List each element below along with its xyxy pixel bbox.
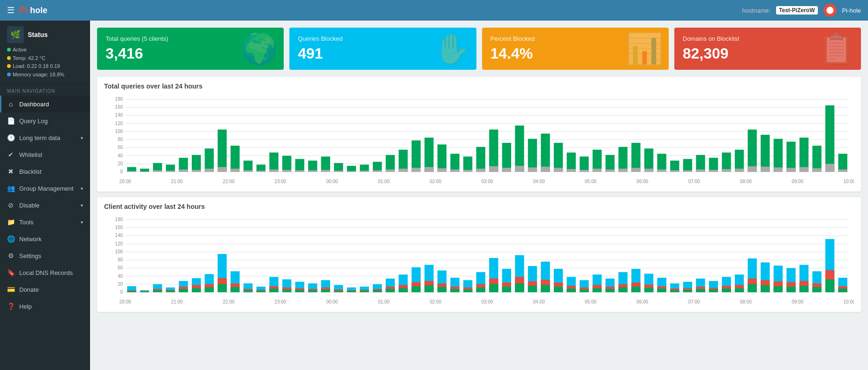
help-icon: ❓ [7, 303, 15, 310]
brand-hole: hole [30, 6, 47, 15]
sidebar-item-localdns[interactable]: 🔖 Local DNS Records [0, 264, 90, 281]
donate-label: Donate [19, 286, 39, 293]
dashboard-icon: ⌂ [7, 100, 15, 108]
tools-expand-icon: ▾ [81, 220, 83, 225]
chart1-container [104, 95, 854, 186]
temp-dot [7, 56, 11, 60]
sidebar-item-settings[interactable]: ⚙ Settings [0, 247, 90, 264]
stat-card-total: Total queries (5 clients) 3,416 🌍 [97, 28, 284, 70]
chart2-title: Client activity over last 24 hours [104, 203, 854, 210]
stat-card-domains: Domains on Blocklist 82,309 📋 [674, 28, 861, 70]
main-content: Total queries (5 clients) 3,416 🌍 Querie… [90, 21, 868, 370]
longterm-icon: 🕐 [7, 134, 15, 141]
navbar-right: hostname: Test-PiZeroW Pi-hole [742, 4, 861, 17]
help-label: Help [19, 303, 32, 310]
network-label: Network [19, 236, 42, 243]
sidebar-item-donate[interactable]: 💳 Donate [0, 281, 90, 298]
svg-point-0 [826, 7, 833, 14]
chart2-section: Client activity over last 24 hours [97, 197, 861, 312]
queries-blocked-value: 491 [298, 45, 342, 62]
domains-blocklist-icon: 📋 [818, 31, 855, 67]
main-wrapper: 🌿 Status Active Temp: 42.2 °C Load: 0.22… [0, 21, 868, 370]
status-title: Status [28, 31, 48, 38]
sidebar-item-network[interactable]: 🌐 Network [0, 230, 90, 247]
stat-card-percent: Percent Blocked 14.4% 📊 [482, 28, 669, 70]
hostname-label: hostname: [742, 7, 770, 14]
groupmgmt-icon: 👥 [7, 185, 15, 192]
sidebar: 🌿 Status Active Temp: 42.2 °C Load: 0.22… [0, 21, 90, 370]
sidebar-item-blacklist[interactable]: ✖ Blacklist [0, 163, 90, 180]
queries-blocked-label: Queries Blocked [298, 35, 342, 42]
active-dot [7, 48, 11, 52]
sidebar-item-disable[interactable]: ⊘ Disable ▾ [0, 197, 90, 214]
load-dot [7, 64, 11, 68]
sidebar-item-groupmgmt[interactable]: 👥 Group Management ▾ [0, 180, 90, 197]
brand-logo: Pi-hole [19, 6, 47, 15]
nav-section-label: MAIN NAVIGATION [0, 85, 90, 96]
brand-pi: Pi- [19, 6, 30, 15]
hostname-value: Test-PiZeroW [776, 6, 817, 15]
querylog-label: Query Log [19, 118, 48, 125]
groupmgmt-label: Group Management [19, 185, 74, 192]
site-name: Pi-hole [842, 7, 861, 14]
blacklist-icon: ✖ [7, 168, 15, 175]
sidebar-status: 🌿 Status Active Temp: 42.2 °C Load: 0.22… [0, 21, 90, 85]
sidebar-item-dashboard[interactable]: ⌂ Dashboard [0, 96, 90, 112]
chart1-canvas [104, 95, 854, 186]
longterm-label: Long term data [19, 134, 60, 141]
network-icon: 🌐 [7, 235, 15, 243]
sidebar-item-tools[interactable]: 📁 Tools ▾ [0, 214, 90, 230]
querylog-icon: 📄 [7, 117, 15, 125]
whitelist-label: Whitelist [19, 151, 42, 158]
sidebar-item-help[interactable]: ❓ Help [0, 298, 90, 315]
status-icon: 🌿 [7, 26, 24, 43]
total-queries-value: 3,416 [106, 45, 168, 62]
localdns-label: Local DNS Records [19, 269, 73, 276]
percent-blocked-value: 14.4% [491, 45, 535, 62]
tools-icon: 📁 [7, 218, 15, 226]
groupmgmt-expand-icon: ▾ [81, 186, 83, 191]
whitelist-icon: ✔ [7, 151, 15, 158]
chart2-canvas [104, 215, 854, 306]
navbar: ☰ Pi-hole hostname: Test-PiZeroW Pi-hole [0, 0, 868, 21]
disable-label: Disable [19, 202, 39, 209]
domains-blocklist-value: 82,309 [683, 45, 740, 62]
tools-label: Tools [19, 219, 33, 226]
stats-row: Total queries (5 clients) 3,416 🌍 Querie… [97, 28, 861, 70]
percent-blocked-icon: 📊 [626, 31, 663, 67]
donate-icon: 💳 [7, 286, 15, 293]
blacklist-label: Blacklist [19, 168, 42, 175]
percent-blocked-label: Percent Blocked [491, 35, 535, 42]
menu-toggle-icon[interactable]: ☰ [7, 5, 15, 15]
total-queries-label: Total queries (5 clients) [106, 35, 168, 42]
settings-icon: ⚙ [7, 252, 15, 259]
localdns-icon: 🔖 [7, 269, 15, 276]
total-queries-icon: 🌍 [241, 31, 278, 67]
pi-logo [823, 4, 837, 17]
settings-label: Settings [19, 252, 41, 259]
domains-blocklist-label: Domains on Blocklist [683, 35, 740, 42]
dashboard-label: Dashboard [19, 101, 49, 108]
disable-expand-icon: ▾ [81, 203, 83, 208]
sidebar-item-whitelist[interactable]: ✔ Whitelist [0, 146, 90, 163]
queries-blocked-icon: ✋ [433, 31, 471, 67]
stat-card-blocked: Queries Blocked 491 ✋ [289, 28, 476, 70]
sidebar-item-longterm[interactable]: 🕐 Long term data ▾ [0, 129, 90, 146]
disable-icon: ⊘ [7, 201, 15, 209]
status-info: Active Temp: 42.2 °C Load: 0.22 0.18 0.1… [7, 46, 83, 79]
chart1-section: Total queries over last 24 hours [97, 77, 861, 192]
longterm-expand-icon: ▾ [81, 135, 83, 141]
chart1-title: Total queries over last 24 hours [104, 82, 854, 90]
sidebar-item-querylog[interactable]: 📄 Query Log [0, 112, 90, 129]
chart2-container [104, 215, 854, 306]
memory-dot [7, 73, 11, 76]
